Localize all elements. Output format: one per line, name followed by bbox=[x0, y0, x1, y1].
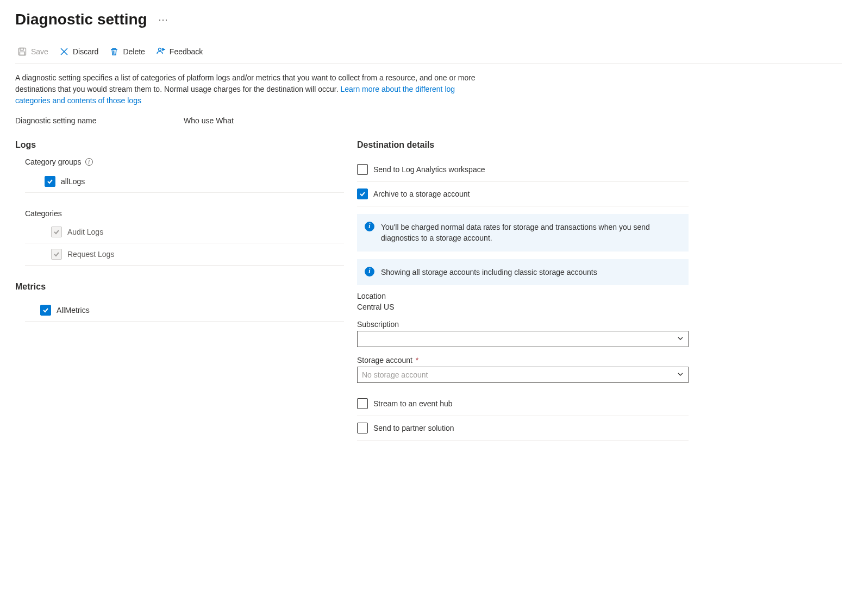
svg-rect-2 bbox=[20, 52, 25, 55]
delete-button[interactable]: Delete bbox=[109, 47, 145, 56]
discard-button[interactable]: Discard bbox=[59, 47, 98, 56]
location-value: Central US bbox=[357, 303, 689, 311]
request-label: Request Logs bbox=[67, 250, 114, 259]
categories-label: Categories bbox=[25, 209, 344, 218]
save-label: Save bbox=[31, 47, 48, 56]
info-icon[interactable]: i bbox=[85, 158, 93, 166]
eventhub-label: Stream to an event hub bbox=[373, 399, 453, 408]
save-icon bbox=[17, 47, 27, 56]
page-title: Diagnostic setting bbox=[15, 11, 147, 28]
location-label: Location bbox=[357, 292, 689, 300]
info-icon: i bbox=[365, 267, 374, 276]
storage-label: Archive to a storage account bbox=[373, 190, 470, 198]
allmetrics-label: AllMetrics bbox=[57, 306, 90, 315]
toolbar: Save Discard Delete Feedback bbox=[15, 42, 842, 64]
alllogs-label: allLogs bbox=[61, 177, 85, 186]
storage-checkbox[interactable] bbox=[357, 188, 368, 199]
description-text: A diagnostic setting specifies a list of… bbox=[15, 72, 483, 106]
storage-info-2-text: Showing all storage accounts including c… bbox=[381, 267, 597, 278]
feedback-label: Feedback bbox=[170, 47, 203, 56]
log-analytics-label: Send to Log Analytics workspace bbox=[373, 165, 485, 174]
allmetrics-row: AllMetrics bbox=[25, 299, 344, 322]
alllogs-row: allLogs bbox=[25, 171, 344, 193]
dest-log-analytics-row: Send to Log Analytics workspace bbox=[357, 158, 689, 182]
storage-account-label: Storage account * bbox=[357, 356, 689, 364]
audit-checkbox bbox=[51, 227, 62, 237]
dest-partner-row: Send to partner solution bbox=[357, 416, 689, 441]
discard-label: Discard bbox=[73, 47, 98, 56]
category-row-audit: Audit Logs bbox=[25, 221, 344, 243]
chevron-down-icon bbox=[677, 370, 684, 379]
svg-rect-1 bbox=[20, 48, 23, 51]
audit-label: Audit Logs bbox=[67, 228, 103, 236]
eventhub-checkbox[interactable] bbox=[357, 398, 368, 409]
partner-checkbox[interactable] bbox=[357, 423, 368, 433]
partner-label: Send to partner solution bbox=[373, 424, 454, 432]
destinations-heading: Destination details bbox=[357, 140, 689, 150]
trash-icon bbox=[109, 47, 119, 56]
allmetrics-checkbox[interactable] bbox=[40, 305, 51, 316]
category-row-request: Request Logs bbox=[25, 243, 344, 266]
dest-eventhub-row: Stream to an event hub bbox=[357, 392, 689, 416]
storage-account-label-text: Storage account bbox=[357, 356, 412, 364]
log-analytics-checkbox[interactable] bbox=[357, 164, 368, 175]
chevron-down-icon bbox=[677, 335, 684, 343]
dest-storage-row: Archive to a storage account bbox=[357, 182, 689, 206]
logs-heading: Logs bbox=[15, 140, 344, 150]
storage-info-1: i You'll be charged normal data rates fo… bbox=[357, 214, 689, 252]
required-asterisk: * bbox=[416, 356, 418, 364]
metrics-heading: Metrics bbox=[15, 282, 344, 292]
setting-name-value: Who use What bbox=[184, 116, 234, 125]
subscription-select[interactable] bbox=[357, 331, 689, 347]
svg-point-5 bbox=[158, 48, 161, 51]
storage-account-select[interactable]: No storage account bbox=[357, 367, 689, 383]
category-groups-text: Category groups bbox=[25, 158, 82, 166]
alllogs-checkbox[interactable] bbox=[45, 176, 55, 187]
storage-info-1-text: You'll be charged normal data rates for … bbox=[381, 222, 681, 244]
info-icon: i bbox=[365, 222, 374, 231]
category-groups-label: Category groups i bbox=[25, 158, 344, 166]
feedback-icon bbox=[156, 47, 166, 56]
close-icon bbox=[59, 47, 69, 56]
setting-name-label: Diagnostic setting name bbox=[15, 116, 184, 125]
more-actions-icon[interactable]: ⋯ bbox=[158, 14, 169, 26]
delete-label: Delete bbox=[123, 47, 145, 56]
request-checkbox bbox=[51, 249, 62, 260]
feedback-button[interactable]: Feedback bbox=[156, 47, 203, 56]
storage-account-placeholder: No storage account bbox=[362, 370, 428, 379]
subscription-label: Subscription bbox=[357, 320, 689, 329]
storage-info-2: i Showing all storage accounts including… bbox=[357, 259, 689, 285]
save-button[interactable]: Save bbox=[17, 47, 48, 56]
